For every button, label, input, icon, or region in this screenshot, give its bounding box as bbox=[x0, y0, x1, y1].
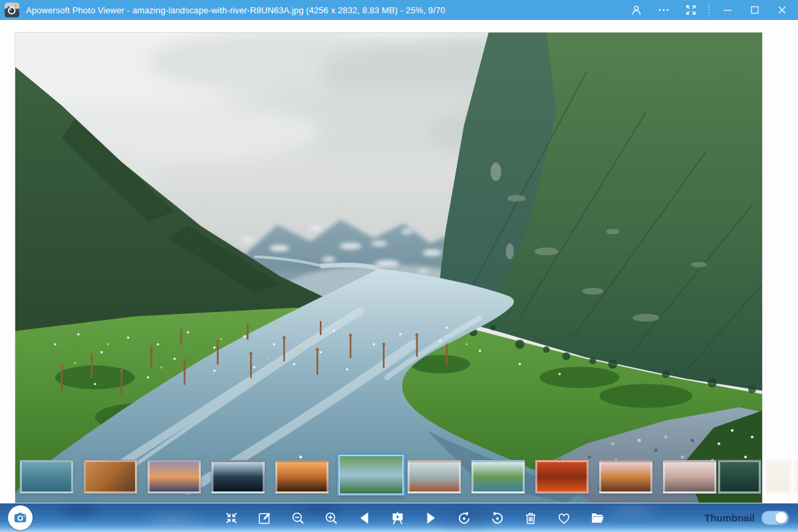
thumbnail-toggle-group: Thumbnail bbox=[704, 503, 789, 532]
thumbnail-faded-thumbnail[interactable] bbox=[765, 460, 791, 493]
delete-icon bbox=[523, 510, 539, 526]
close-button[interactable] bbox=[768, 0, 795, 20]
zoom-in-button[interactable] bbox=[323, 510, 339, 526]
toolbar: Thumbnail bbox=[0, 503, 798, 532]
thumbnail-toggle[interactable] bbox=[761, 511, 789, 525]
viewer-area: Thumbnail bbox=[0, 20, 798, 532]
camera-button[interactable] bbox=[8, 505, 33, 530]
open-folder-icon bbox=[589, 510, 605, 526]
next-icon bbox=[423, 510, 439, 526]
zoom-out-icon bbox=[290, 510, 306, 526]
delete-button[interactable] bbox=[523, 510, 539, 526]
landscape-photo bbox=[15, 33, 762, 503]
rotate-left-button[interactable] bbox=[456, 510, 472, 526]
thumbnail-pastel-shore-rocks[interactable] bbox=[663, 460, 716, 493]
titlebar-separator bbox=[708, 4, 710, 16]
more-icon bbox=[657, 3, 670, 17]
thumbnail-strip bbox=[0, 455, 798, 500]
thumbnail-sunset-field-silhouette[interactable] bbox=[275, 460, 329, 493]
favorite-icon bbox=[556, 510, 572, 526]
previous-button[interactable] bbox=[356, 510, 372, 526]
thumbnail-dark-teal-foliage[interactable] bbox=[718, 460, 761, 493]
thumbnail-autumn-reflection[interactable] bbox=[535, 460, 589, 493]
window-controls bbox=[622, 0, 798, 20]
thumbnail-winding-mountain-road[interactable] bbox=[84, 460, 137, 493]
edit-button[interactable] bbox=[257, 510, 273, 526]
fit-screen-icon bbox=[223, 510, 239, 526]
thumbnail-green-valley-river[interactable] bbox=[338, 455, 404, 495]
fullscreen-button[interactable] bbox=[677, 0, 704, 20]
rotate-right-icon bbox=[489, 510, 505, 526]
maximize-button[interactable] bbox=[741, 0, 768, 20]
thumbnail-faded-thumbnail-edge[interactable] bbox=[794, 460, 798, 493]
slideshow-button[interactable] bbox=[390, 510, 406, 526]
rotate-right-button[interactable] bbox=[489, 510, 505, 526]
thumbnail-sunset-pier[interactable] bbox=[148, 460, 201, 493]
favorite-button[interactable] bbox=[556, 510, 572, 526]
open-folder-button[interactable] bbox=[589, 510, 605, 526]
camera-icon bbox=[11, 509, 29, 527]
previous-icon bbox=[356, 510, 372, 526]
thumbnail-teal-lake-birds[interactable] bbox=[20, 460, 73, 493]
close-icon bbox=[775, 3, 789, 17]
edit-icon bbox=[257, 510, 273, 526]
slideshow-icon bbox=[390, 510, 406, 526]
maximize-icon bbox=[748, 3, 761, 17]
account-button[interactable] bbox=[622, 0, 650, 20]
app-window: Apowersoft Photo Viewer - amazing-landsc… bbox=[0, 0, 798, 532]
thumbnail-toggle-label: Thumbnail bbox=[704, 512, 755, 523]
account-icon bbox=[630, 3, 643, 17]
toolbar-buttons bbox=[223, 503, 605, 532]
titlebar: Apowersoft Photo Viewer - amazing-landsc… bbox=[0, 0, 798, 20]
minimize-button[interactable] bbox=[714, 0, 741, 20]
zoom-in-icon bbox=[323, 510, 339, 526]
fit-screen-button[interactable] bbox=[223, 510, 239, 526]
fullscreen-icon bbox=[684, 3, 698, 17]
thumbnail-red-rocks-mist[interactable] bbox=[408, 460, 461, 493]
thumbnail-dark-forest-silhouette[interactable] bbox=[211, 460, 265, 493]
thumbnail-alpine-lake[interactable] bbox=[471, 460, 525, 493]
zoom-out-button[interactable] bbox=[290, 510, 306, 526]
more-button[interactable] bbox=[650, 0, 677, 20]
toggle-knob bbox=[775, 512, 787, 523]
minimize-icon bbox=[721, 3, 734, 17]
window-title: Apowersoft Photo Viewer - amazing-landsc… bbox=[26, 5, 446, 15]
app-logo-icon bbox=[5, 3, 19, 17]
thumbnail-autumn-trees-pink-sky[interactable] bbox=[599, 460, 652, 493]
next-button[interactable] bbox=[423, 510, 439, 526]
rotate-left-icon bbox=[456, 510, 472, 526]
photo-main bbox=[15, 32, 763, 503]
